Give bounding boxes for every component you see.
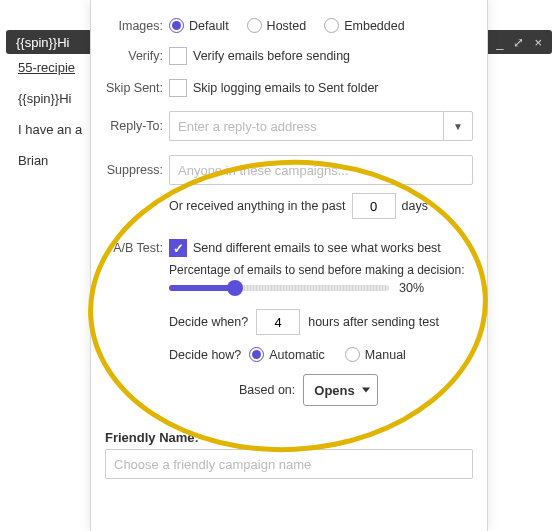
radio-icon (324, 18, 339, 33)
suppress-days-input[interactable] (352, 193, 396, 219)
suppress-days-suffix: days (402, 199, 428, 213)
decide-how-manual-radio[interactable]: Manual (345, 347, 406, 362)
decide-when-label: Decide when? (169, 315, 248, 329)
friendly-name-section: Friendly Name: (105, 430, 473, 479)
background-list: 55-recipie {{spin}}Hi I have an a Brian (18, 60, 82, 168)
verify-text: Verify emails before sending (193, 49, 350, 63)
reply-to-dropdown-button[interactable]: ▼ (443, 111, 473, 141)
skip-sent-checkbox[interactable] (169, 79, 187, 97)
skip-sent-label: Skip Sent: (105, 81, 169, 95)
radio-icon (169, 18, 184, 33)
ab-percent-slider[interactable] (169, 285, 389, 291)
images-row: Images: Default Hosted Embedded (105, 18, 473, 33)
reply-to-input[interactable] (169, 111, 443, 141)
suppress-campaigns-input[interactable] (169, 155, 473, 185)
skip-sent-text: Skip logging emails to Sent folder (193, 81, 379, 95)
radio-label: Manual (365, 348, 406, 362)
radio-label: Embedded (344, 19, 404, 33)
friendly-name-label: Friendly Name: (105, 430, 473, 445)
images-default-radio[interactable]: Default (169, 18, 229, 33)
decide-how-label: Decide how? (169, 348, 241, 362)
list-item[interactable]: Brian (18, 153, 82, 168)
radio-label: Automatic (269, 348, 325, 362)
reply-to-row: Reply-To: ▼ (105, 111, 473, 141)
skip-sent-row: Skip Sent: Skip logging emails to Sent f… (105, 79, 473, 97)
based-on-select[interactable]: Opens (303, 374, 377, 406)
suppress-label: Suppress: (105, 163, 169, 177)
ab-test-row: A/B Test: Send different emails to see w… (105, 239, 473, 257)
verify-label: Verify: (105, 49, 169, 63)
images-hosted-radio[interactable]: Hosted (247, 18, 307, 33)
radio-label: Default (189, 19, 229, 33)
ab-test-text: Send different emails to see what works … (193, 241, 441, 255)
expand-icon[interactable]: ⤢ (513, 35, 524, 50)
verify-row: Verify: Verify emails before sending (105, 47, 473, 65)
decide-when-input[interactable] (256, 309, 300, 335)
settings-panel: Images: Default Hosted Embedded Verify: … (90, 0, 488, 531)
ab-percent-label: Percentage of emails to send before maki… (169, 263, 473, 277)
radio-icon (249, 347, 264, 362)
list-item[interactable]: {{spin}}Hi (18, 91, 82, 106)
friendly-name-input[interactable] (105, 449, 473, 479)
ab-test-checkbox[interactable] (169, 239, 187, 257)
images-label: Images: (105, 19, 169, 33)
radio-label: Hosted (267, 19, 307, 33)
list-item[interactable]: I have an a (18, 122, 82, 137)
close-icon[interactable]: × (534, 35, 542, 50)
minimize-icon[interactable]: _ (496, 35, 503, 50)
verify-checkbox[interactable] (169, 47, 187, 65)
based-on-label: Based on: (239, 383, 295, 397)
radio-icon (247, 18, 262, 33)
ab-test-label: A/B Test: (105, 241, 169, 255)
list-item[interactable]: 55-recipie (18, 60, 82, 75)
ab-percent-value: 30% (399, 281, 424, 295)
decide-when-suffix: hours after sending test (308, 315, 439, 329)
suppress-row: Suppress: (105, 155, 473, 185)
based-on-value: Opens (314, 383, 354, 398)
decide-how-automatic-radio[interactable]: Automatic (249, 347, 325, 362)
radio-icon (345, 347, 360, 362)
reply-to-label: Reply-To: (105, 119, 169, 133)
ab-test-settings: Percentage of emails to send before maki… (169, 263, 473, 406)
chevron-down-icon: ▼ (453, 121, 463, 132)
images-embedded-radio[interactable]: Embedded (324, 18, 404, 33)
slider-thumb[interactable] (227, 280, 243, 296)
suppress-days-row: Or received anything in the past days (105, 193, 473, 219)
suppress-days-prefix: Or received anything in the past (169, 199, 346, 213)
